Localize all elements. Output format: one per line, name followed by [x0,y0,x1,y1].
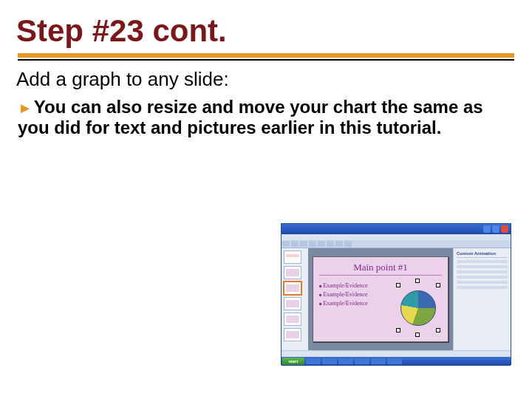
window-titlebar [282,224,511,234]
resize-handle [436,283,440,287]
embedded-bullets: Example/Evidence Example/Evidence Exampl… [319,277,395,338]
toolbar [282,240,511,248]
task-line [457,276,508,279]
slide-title: Step #23 cont. [16,13,519,49]
task-pane: Custom Animation [453,248,511,350]
thumb-6 [284,328,301,341]
powerpoint-screenshot: Main point #1 Example/Evidence Example/E… [281,223,511,365]
tutorial-slide: Step #23 cont. Add a graph to any slide:… [0,0,532,399]
taskbar-item [338,358,353,364]
task-line [457,281,508,284]
taskbar-item [322,358,337,364]
task-line [457,265,508,268]
thumb-3 [284,282,301,295]
bullet-arrow-icon: ► [18,100,33,117]
task-line [457,270,508,273]
slide-body: ►You can also resize and move your chart… [18,97,491,139]
chart-object [395,277,442,338]
workspace: Main point #1 Example/Evidence Example/E… [282,248,511,350]
title-rule-black [18,59,514,61]
status-bar [282,350,511,357]
minimize-icon [483,225,491,233]
maximize-icon [492,225,499,233]
close-icon [501,225,508,233]
embedded-bullet-3: Example/Evidence [319,299,395,308]
thumb-4 [284,297,301,310]
slide-subtitle: Add a graph to any slide: [16,68,519,91]
slide-thumbnails [282,248,308,350]
start-button: start [282,358,304,365]
taskbar-item [306,358,321,364]
resize-handle [436,328,440,332]
resize-handle [396,328,400,332]
task-pane-title: Custom Animation [457,251,508,258]
resize-handle [396,283,400,287]
title-rule-orange [18,53,514,58]
bullet-text: You can also resize and move your chart … [18,97,483,137]
taskbar-item [387,358,402,364]
menu-bar [282,234,511,240]
embedded-slide-title: Main point #1 [319,262,442,276]
task-line [457,260,508,263]
resize-handle [415,332,420,337]
embedded-slide: Main point #1 Example/Evidence Example/E… [313,256,449,342]
thumb-1 [284,250,301,264]
windows-taskbar: start [282,357,511,366]
thumb-2 [284,266,301,279]
embedded-bullet-1: Example/Evidence [319,282,395,290]
embedded-bullet-2: Example/Evidence [319,290,395,299]
thumb-5 [284,313,301,326]
taskbar-item [355,358,369,364]
task-line [457,286,508,289]
pie-chart-icon [400,290,436,326]
taskbar-item [371,358,386,364]
resize-handle [415,279,420,283]
editing-stage: Main point #1 Example/Evidence Example/E… [308,248,453,350]
